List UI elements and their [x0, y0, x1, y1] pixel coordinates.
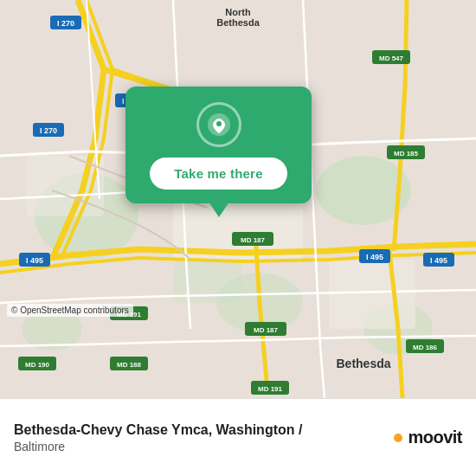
- location-info: Bethesda-Chevy Chase Ymca, Washington / …: [14, 421, 394, 453]
- svg-text:MD 547: MD 547: [379, 55, 404, 62]
- location-subtitle: Baltimore: [14, 440, 394, 453]
- moovit-logo: moovit: [394, 428, 462, 447]
- svg-text:MD 186: MD 186: [413, 344, 438, 351]
- popup-card: Take me there: [125, 87, 312, 203]
- osm-attribution: © OpenStreetMap contributors: [7, 304, 133, 317]
- svg-text:MD 187: MD 187: [254, 326, 279, 334]
- svg-text:I 495: I 495: [26, 256, 43, 265]
- location-pin-icon: [207, 113, 231, 137]
- svg-text:Bethesda: Bethesda: [216, 17, 260, 28]
- take-me-there-button[interactable]: Take me there: [150, 158, 286, 190]
- info-bar: Bethesda-Chevy Chase Ymca, Washington / …: [0, 398, 476, 476]
- svg-rect-8: [329, 260, 415, 329]
- svg-text:MD 190: MD 190: [25, 361, 50, 369]
- map-container: I 270 I 270 I 270 MD 547 MD 185 I 495 I …: [0, 0, 476, 398]
- svg-text:North: North: [225, 7, 251, 17]
- svg-text:MD 188: MD 188: [117, 361, 142, 369]
- svg-text:MD 187: MD 187: [241, 236, 266, 244]
- svg-text:I 495: I 495: [366, 253, 383, 261]
- svg-text:I 270: I 270: [57, 19, 74, 28]
- location-title: Bethesda-Chevy Chase Ymca, Washington /: [14, 421, 394, 440]
- svg-text:Bethesda: Bethesda: [336, 357, 390, 370]
- svg-point-45: [216, 121, 222, 126]
- svg-text:MD 191: MD 191: [258, 385, 283, 393]
- moovit-dot-icon: [394, 434, 402, 442]
- moovit-brand-text: moovit: [408, 428, 462, 447]
- location-icon-wrapper: [196, 102, 241, 147]
- svg-text:I 495: I 495: [430, 256, 447, 265]
- svg-text:I 270: I 270: [40, 126, 57, 135]
- svg-text:MD 185: MD 185: [394, 150, 419, 158]
